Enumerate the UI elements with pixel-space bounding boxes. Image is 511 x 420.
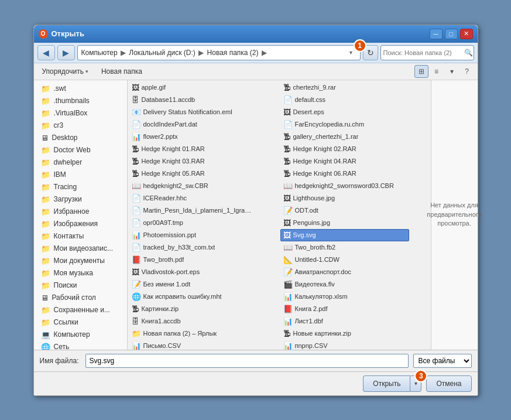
sidebar-item-tracing[interactable]: 📁Tracing — [34, 181, 127, 193]
file-item-gallery-chertezhi[interactable]: 🗜gallery_chertezhi_1.rar — [280, 131, 409, 143]
file-item-opr00a9t[interactable]: 📄opr00A9T.tmp — [129, 217, 258, 229]
sidebar-item-set[interactable]: 🌐Сеть — [34, 341, 127, 350]
minimize-button[interactable]: ─ — [430, 29, 443, 39]
sidebar-item-kontakty[interactable]: 📁Контакты — [34, 230, 127, 243]
file-item-aviatransport-doc[interactable]: 📝Авиатранспорт.doc — [280, 266, 409, 278]
file-item-novye-kartinki-zip[interactable]: 🗜Новые картинки.zip — [280, 327, 409, 340]
help-button[interactable]: ? — [460, 65, 474, 78]
new-folder-button[interactable]: Новая папка — [97, 66, 147, 77]
file-icon: 📄 — [132, 206, 141, 215]
file-item-penguins-jpg[interactable]: 🖼Penguins.jpg — [280, 217, 409, 229]
file-name: Калькулятор.xlsm — [295, 293, 348, 300]
file-item-hedge-knight-06[interactable]: 🗜Hedge Knight 06.RAR — [280, 168, 409, 180]
sidebar-item-virtualbox[interactable]: 📁.VirtualBox — [34, 107, 127, 119]
file-icon: 📊 — [283, 292, 293, 301]
search-box[interactable]: 🔍 — [380, 45, 474, 60]
file-name: пnpnp.CSV — [295, 342, 328, 349]
cancel-button[interactable]: Отмена — [426, 375, 471, 392]
file-item-hedge-knight-03[interactable]: 🗜Hedge Knight 03.RAR — [129, 155, 258, 168]
sidebar-label: Избранное — [54, 207, 90, 216]
filetype-dropdown[interactable]: Все файлы — [413, 354, 472, 368]
file-item-martin-pesn[interactable]: 📄Martin_Pesn_Ida_i_plameni_1_Igra_p... — [129, 204, 258, 217]
sidebar-item-videozapis[interactable]: 📁Мои видеозапис... — [34, 243, 127, 255]
file-item-videoteka-flv[interactable]: 🎬Видеотека.flv — [280, 278, 409, 291]
open-button[interactable]: Открыть — [363, 375, 410, 392]
file-item-hedge-knight-05[interactable]: 🗜Hedge Knight 05.RAR — [129, 168, 258, 180]
sidebar-item-doctor-web[interactable]: 📁Doctor Web — [34, 144, 127, 156]
file-item-photoemission[interactable]: 📊Photoemission.ppt — [129, 229, 258, 241]
maximize-button[interactable]: □ — [445, 29, 458, 39]
search-input[interactable] — [383, 49, 464, 56]
file-icon: 🖼 — [283, 218, 291, 227]
back-button[interactable]: ◀ — [37, 45, 55, 60]
file-item-icereader[interactable]: 📄ICEReader.hhc — [129, 192, 258, 204]
file-icon: 📊 — [132, 132, 141, 141]
forward-button[interactable]: ▶ — [57, 45, 75, 60]
sidebar-item-izobrazheniya[interactable]: 📁Изображения — [34, 218, 127, 230]
file-item-hedgeknight2-sword[interactable]: 📖hedgeknight2_swornsword03.CBR — [280, 180, 409, 192]
sidebar-item-thumbnails[interactable]: 📁.thumbnails — [34, 95, 127, 107]
file-item-vladivostok-port[interactable]: 🖼Vladivostok-port.eps — [129, 266, 258, 278]
file-item-apple-gif[interactable]: 🖼apple.gif — [129, 81, 258, 94]
sidebar-item-dwhelper[interactable]: 📁dwhelper — [34, 156, 127, 169]
folder-icon: 📁 — [41, 158, 50, 167]
close-button[interactable]: ✕ — [460, 29, 473, 39]
sidebar-item-kompyuter[interactable]: 💻Компьютер — [34, 329, 127, 341]
sidebar-item-rabochiy-stol[interactable]: 🖥Рабочий стол — [34, 292, 127, 304]
file-item-delivery-status[interactable]: 📧Delivery Status Notification.eml — [129, 106, 258, 118]
sidebar-item-izbrannoe[interactable]: 📁Избранное — [34, 206, 127, 218]
file-item-kak-ispravit[interactable]: 🌐Как исправить ошибку.mht — [129, 291, 258, 303]
file-item-kalkulyator-xlsm[interactable]: 📊Калькулятор.xlsm — [280, 291, 409, 303]
file-item-chertezhi-9-rar[interactable]: 🗜chertezhi_9.rar — [280, 81, 409, 94]
file-item-hedge-knight-02[interactable]: 🗜Hedge Knight 02.RAR — [280, 143, 409, 155]
file-item-flower2[interactable]: 📊flower2.pptx — [129, 131, 258, 143]
file-item-hedgeknight2-sw[interactable]: 📖hedgeknight2_sw.CBR — [129, 180, 258, 192]
filename-input[interactable] — [85, 354, 409, 368]
file-item-bez-imeni-1[interactable]: 📝Без имени 1.odt — [129, 278, 258, 291]
file-name: docIdIndexPart.dat — [143, 121, 197, 128]
file-name: Hedge Knight 04.RAR — [293, 158, 356, 165]
file-item-list1-dbf[interactable]: 📊Лист1.dbf — [280, 315, 409, 327]
sidebar-item-cr3[interactable]: 📁cr3 — [34, 119, 127, 132]
sidebar-item-swt[interactable]: 📁.swt — [34, 83, 127, 95]
sidebar-item-muzyka[interactable]: 📁Моя музыка — [34, 267, 127, 279]
folder-icon: 📁 — [41, 244, 50, 253]
sidebar-item-ssylki[interactable]: 📁Ссылки — [34, 316, 127, 329]
file-item-kniga2-pdf[interactable]: 📕Книга 2.pdf — [280, 303, 409, 315]
view-grid-button[interactable]: ⊞ — [414, 65, 428, 78]
address-bar[interactable]: Компьютер ▶ Локальный диск (D:) ▶ Новая … — [77, 45, 361, 60]
sidebar-item-sohranennye[interactable]: 📁Сохраненные и... — [34, 304, 127, 316]
file-item-lighthouse-jpg[interactable]: 🖼Lighthouse.jpg — [280, 192, 409, 204]
file-item-pismo-csv[interactable]: 📊Письмо.CSV — [129, 340, 258, 350]
file-item-tracked-by[interactable]: 📄tracked_by_h33t_com.txt — [129, 241, 258, 254]
sidebar-item-poiski[interactable]: 📁Поиски — [34, 279, 127, 292]
file-item-two-broth-fb2[interactable]: 📖Two_broth.fb2 — [280, 241, 409, 254]
file-item-kniga1-accdb[interactable]: 🗄Книга1.accdb — [129, 315, 258, 327]
view-list-button[interactable]: ≡ — [430, 65, 444, 78]
file-item-hedge-knight-04[interactable]: 🗜Hedge Knight 04.RAR — [280, 155, 409, 168]
sidebar-label: Tracing — [54, 183, 77, 191]
file-item-odt-odt[interactable]: 📝ODT.odt — [280, 204, 409, 217]
file-item-untitled-cdw[interactable]: 📐Untitled-1.CDW — [280, 254, 409, 266]
file-item-two-broth-pdf[interactable]: 📕Two_broth.pdf — [129, 254, 258, 266]
sidebar-label: Рабочий стол — [52, 293, 96, 302]
file-item-desert-eps[interactable]: 🖼Desert.eps — [280, 106, 409, 118]
sidebar-item-zagruzki[interactable]: 📁Загрузки — [34, 193, 127, 206]
file-item-pnpnp-csv[interactable]: 📊пnpnp.CSV — [280, 340, 409, 350]
file-item-hedge-knight-01[interactable]: 🗜Hedge Knight 01.RAR — [129, 143, 258, 155]
sidebar-item-desktop[interactable]: 🖥Desktop — [34, 132, 127, 144]
view-detail-button[interactable]: ▾ — [445, 65, 459, 78]
sidebar-item-ibm[interactable]: 📁IBM — [34, 169, 127, 181]
file-item-database11[interactable]: 🗄Database11.accdb — [129, 94, 258, 106]
file-item-default-css[interactable]: 📄default.css — [280, 94, 409, 106]
file-icon: 📕 — [132, 255, 141, 264]
file-item-docldindex[interactable]: 📄docIdIndexPart.dat — [129, 118, 258, 131]
file-item-farencyclopedia[interactable]: 📄FarEncyclopedia.ru.chm — [280, 118, 409, 131]
folder-icon: 📁 — [41, 220, 50, 228]
sidebar-item-dokumenty[interactable]: 📁Мои документы — [34, 255, 127, 267]
sort-button[interactable]: Упорядочить ▾ — [37, 66, 93, 77]
file-item-novaya-papka-yarlyk[interactable]: 📁Новая папка (2) – Ярлык — [129, 327, 258, 340]
file-item-kartinki-zip[interactable]: 🗜Картинки.zip — [129, 303, 258, 315]
file-item-svg-svg[interactable]: 🖼Svg.svg — [280, 229, 409, 241]
sidebar-label: Мои видеозапис... — [54, 244, 114, 252]
